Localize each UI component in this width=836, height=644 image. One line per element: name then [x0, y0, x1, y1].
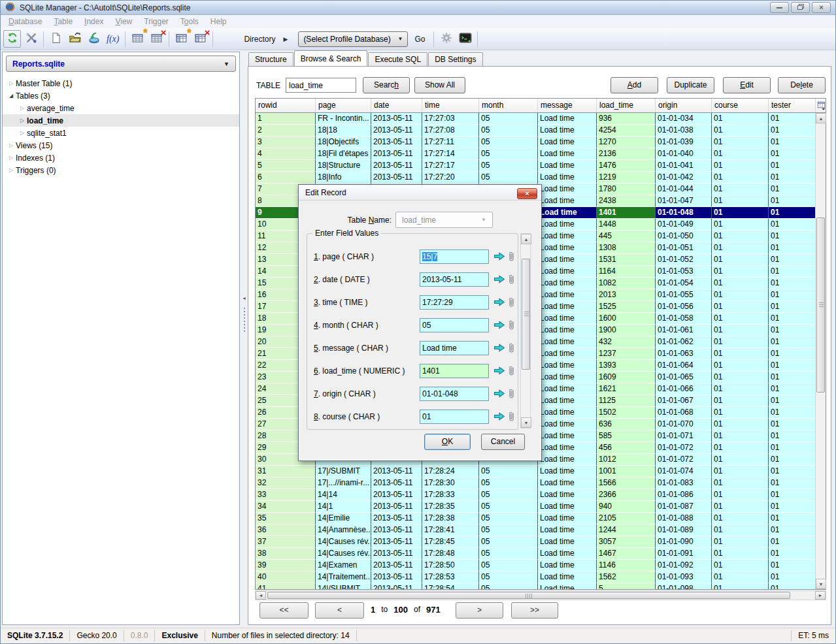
cell-message[interactable]: Load time — [538, 536, 597, 548]
tree-item-views-15[interactable]: ▷Views (15) — [3, 139, 239, 152]
table-row[interactable]: 618|Info2013-05-1117:27:2005Load time121… — [256, 172, 816, 184]
create-table-button[interactable]: * — [129, 30, 146, 48]
cell-time[interactable]: 17:27:11 — [422, 137, 479, 148]
cell-message[interactable]: Load time — [538, 501, 597, 513]
cell-rowid[interactable]: 32 — [256, 477, 316, 489]
add-button[interactable]: Add — [610, 77, 658, 93]
cell-date[interactable]: 2013-05-11 — [371, 477, 422, 489]
cell-tester[interactable]: 01 — [769, 548, 816, 560]
tab-browse-search[interactable]: Browse & Search — [294, 50, 368, 66]
column-header-tester[interactable]: tester — [769, 99, 816, 112]
field-input-date[interactable]: 2013-05-11 — [420, 272, 489, 287]
cell-load_time[interactable]: 1476 — [597, 160, 656, 172]
cell-course[interactable]: 01 — [712, 477, 769, 489]
field-input-page[interactable]: 15|7 — [420, 250, 489, 264]
cell-origin[interactable]: 01-01-071 — [656, 430, 712, 442]
cell-rowid[interactable]: 40 — [256, 572, 316, 583]
cell-course[interactable]: 01 — [712, 184, 769, 195]
cell-load_time[interactable]: 636 — [597, 419, 656, 430]
cell-tester[interactable]: 01 — [769, 242, 816, 254]
cell-load_time[interactable]: 1525 — [597, 301, 656, 313]
cell-origin[interactable]: 01-01-038 — [656, 125, 712, 137]
column-header-course[interactable]: course — [712, 99, 769, 112]
table-row[interactable]: 3117|/SUBMIT2013-05-1117:28:2405Load tim… — [256, 466, 816, 477]
cell-time[interactable]: 17:27:14 — [422, 148, 479, 160]
show-all-button[interactable]: Show All — [414, 77, 465, 93]
cell-tester[interactable]: 01 — [769, 501, 816, 513]
menu-trigger[interactable]: Trigger — [138, 16, 175, 27]
attach-file-paperclip-icon[interactable] — [508, 251, 515, 262]
previous-page-button[interactable]: < — [315, 602, 364, 619]
cell-origin[interactable]: 01-01-090 — [656, 536, 712, 548]
cell-load_time[interactable]: 1237 — [597, 348, 656, 360]
cell-message[interactable]: Load time — [538, 572, 597, 583]
cell-tester[interactable]: 01 — [769, 536, 816, 548]
database-selector[interactable]: Reports.sqlite ▼ — [6, 56, 236, 72]
column-header-message[interactable]: message — [538, 99, 597, 112]
table-row[interactable]: 4014|Traitement...2013-05-1117:28:5305Lo… — [256, 572, 816, 583]
cell-load_time[interactable]: 585 — [597, 430, 656, 442]
cell-message[interactable]: Load time — [538, 395, 597, 407]
cell-date[interactable]: 2013-05-11 — [371, 148, 422, 160]
cell-message[interactable]: Load time — [538, 313, 597, 325]
field-input-message[interactable]: Load time — [420, 341, 489, 355]
cell-page[interactable]: 18|Info — [316, 172, 371, 184]
cell-tester[interactable]: 01 — [769, 360, 816, 372]
cell-origin[interactable]: 01-01-089 — [656, 524, 712, 536]
cell-load_time[interactable]: 5 — [597, 583, 656, 589]
cell-tester[interactable]: 01 — [769, 148, 816, 160]
vertical-scrollbar-thumb[interactable] — [816, 217, 825, 393]
cell-rowid[interactable]: 33 — [256, 489, 316, 501]
cell-origin[interactable]: 01-01-042 — [656, 172, 712, 184]
close-button[interactable]: × — [812, 2, 831, 13]
expand-twisty-icon[interactable]: ▷ — [18, 105, 27, 111]
cell-tester[interactable]: 01 — [769, 395, 816, 407]
cell-time[interactable]: 17:28:30 — [422, 477, 479, 489]
cell-rowid[interactable]: 2 — [256, 125, 316, 137]
cell-rowid[interactable]: 5 — [256, 160, 316, 172]
menu-index[interactable]: Index — [78, 16, 109, 27]
panel-splitter[interactable]: ◄ — [241, 52, 248, 625]
cell-rowid[interactable]: 39 — [256, 560, 316, 572]
apply-value-arrow-icon[interactable] — [493, 366, 505, 376]
cell-course[interactable]: 01 — [712, 278, 769, 289]
cell-tester[interactable]: 01 — [769, 560, 816, 572]
cell-rowid[interactable]: 4 — [256, 148, 316, 160]
expand-twisty-icon[interactable]: ▷ — [7, 167, 16, 173]
dialog-scrollbar[interactable]: ▲ ▼ — [520, 233, 531, 428]
table-row[interactable]: 3914|Examen2013-05-1117:28:5005Load time… — [256, 560, 816, 572]
cell-tester[interactable]: 01 — [769, 289, 816, 301]
search-button[interactable]: Search — [363, 77, 410, 93]
cell-tester[interactable]: 01 — [769, 266, 816, 278]
cell-tester[interactable]: 01 — [769, 231, 816, 242]
cell-course[interactable]: 01 — [712, 360, 769, 372]
cell-tester[interactable]: 01 — [769, 254, 816, 266]
scroll-up-icon[interactable]: ▲ — [816, 113, 826, 123]
cell-load_time[interactable]: 2366 — [597, 489, 656, 501]
cell-tester[interactable]: 01 — [769, 372, 816, 383]
cell-message[interactable]: Load time — [538, 348, 597, 360]
table-row[interactable]: 3814|Causes rév...2013-05-1117:28:4805Lo… — [256, 548, 816, 560]
cell-date[interactable]: 2013-05-11 — [371, 489, 422, 501]
cell-page[interactable]: 14|14 — [316, 489, 371, 501]
cell-origin[interactable]: 01-01-086 — [656, 489, 712, 501]
cell-load_time[interactable]: 1502 — [597, 407, 656, 419]
tree-item-indexes-1[interactable]: ▷Indexes (1) — [3, 152, 239, 164]
create-index-button[interactable]: * — [173, 30, 190, 48]
table-row[interactable]: 3314|142013-05-1117:28:3305Load time2366… — [256, 489, 816, 501]
cell-course[interactable]: 01 — [712, 466, 769, 477]
cell-time[interactable]: 17:28:50 — [422, 560, 479, 572]
cell-course[interactable]: 01 — [712, 513, 769, 524]
cancel-button[interactable]: Cancel — [481, 434, 525, 450]
cell-time[interactable]: 17:28:48 — [422, 548, 479, 560]
table-row[interactable]: 418|Fil d'étapes2013-05-1117:27:1405Load… — [256, 148, 816, 160]
cell-tester[interactable]: 01 — [769, 113, 816, 125]
cell-rowid[interactable]: 1 — [256, 113, 316, 125]
cell-date[interactable]: 2013-05-11 — [371, 113, 422, 125]
cell-month[interactable]: 05 — [479, 583, 538, 589]
cell-course[interactable]: 01 — [712, 442, 769, 454]
cell-load_time[interactable]: 4254 — [597, 125, 656, 137]
cell-origin[interactable]: 01-01-054 — [656, 278, 712, 289]
apply-value-arrow-icon[interactable] — [493, 274, 505, 284]
cell-page[interactable]: 14|Causes rév... — [316, 536, 371, 548]
